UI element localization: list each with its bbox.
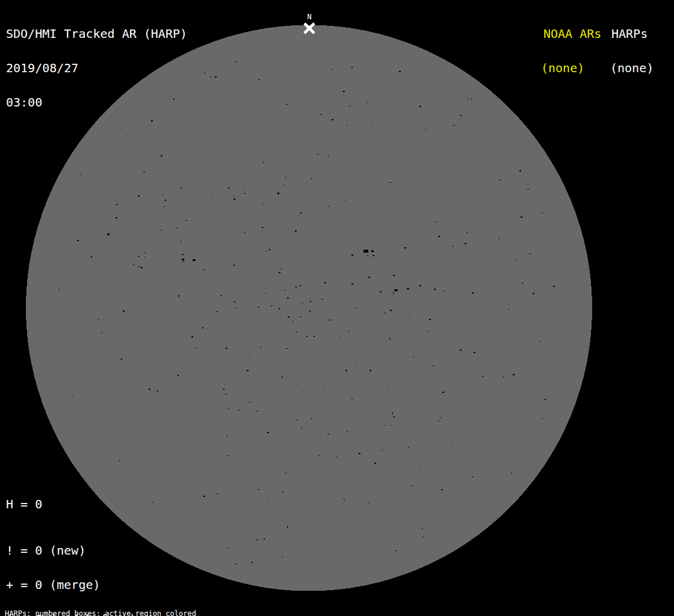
noaa-ars-panel: NOAA ARs (none)	[541, 5, 601, 97]
noaa-ars-count: (none)	[541, 63, 601, 74]
legend-line-new: ! = 0 (new)	[6, 545, 144, 556]
observation-date: 2019/08/27	[6, 63, 187, 74]
north-direction-label: N	[307, 13, 311, 20]
noaa-ars-label: NOAA ARs	[541, 28, 601, 40]
footnote-harps: HARPs: numbered boxes; active region col…	[5, 610, 257, 616]
harps-label: HARPs	[610, 28, 654, 40]
harp-total-line: H = 0	[6, 499, 42, 510]
footnotes: HARPs: numbered boxes; active region col…	[5, 595, 257, 616]
harps-panel: HARPs (none)	[610, 5, 654, 97]
viewer-title: SDO/HMI Tracked AR (HARP)	[6, 28, 187, 40]
harp-tracking-viewer: SDO/HMI Tracked AR (HARP) 2019/08/27 03:…	[0, 0, 674, 616]
legend-line-merge: + = 0 (merge)	[6, 579, 144, 591]
observation-time: 03:00	[6, 97, 187, 108]
header-info: SDO/HMI Tracked AR (HARP) 2019/08/27 03:…	[6, 5, 187, 131]
harps-count: (none)	[610, 63, 654, 74]
